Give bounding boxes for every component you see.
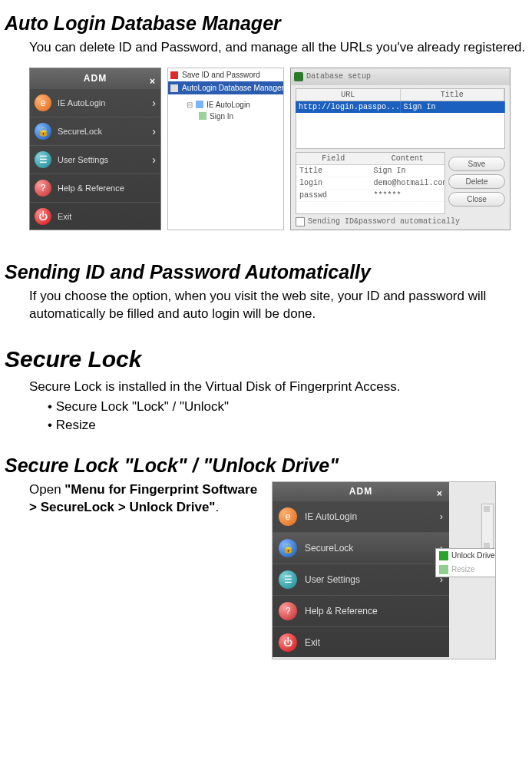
ie-autologin-icon: e	[279, 507, 297, 526]
ctx-tree-child[interactable]: Sign In	[168, 111, 283, 122]
adm-item-user-settings[interactable]: ☰ User Settings ›	[30, 145, 160, 174]
ctx-label: Save ID and Password	[182, 71, 260, 79]
heading-lock-unlock-drive: Secure Lock "Lock" / "Unlock Drive"	[5, 454, 532, 477]
adm-item-label: IE AutoLogin	[58, 98, 146, 107]
chevron-right-icon: ›	[152, 97, 156, 109]
save-button[interactable]: Save	[448, 157, 505, 171]
adm-item-label: SecureLock	[58, 127, 146, 136]
desc-auto-login-db: You can delete ID and Password, and mana…	[29, 39, 526, 57]
list-item: Secure Lock "Lock" / "Unlock"	[48, 399, 526, 415]
flyout-unlock-drive[interactable]: Unlock Drive	[436, 549, 496, 563]
adm-titlebar: ADM ×	[30, 68, 160, 88]
db-grid-row[interactable]: Title Sign In	[296, 165, 444, 177]
lock-icon: 🔒	[35, 123, 51, 140]
lock-icon: 🔒	[279, 539, 297, 557]
adm-item-ie-autologin[interactable]: e IE AutoLogin ›	[30, 88, 160, 117]
adm-item-label: Help & Reference	[58, 183, 156, 193]
delete-button[interactable]: Delete	[448, 174, 505, 189]
adm2-titlebar: ADM ×	[273, 482, 449, 501]
adm2-item-help[interactable]: ? Help & Reference	[273, 595, 449, 626]
flyout-label: Unlock Drive	[451, 551, 495, 560]
auto-send-checkbox[interactable]	[296, 217, 305, 226]
db-title-text: Database setup	[306, 72, 371, 81]
db-titlebar: Database setup	[291, 68, 510, 85]
adm-item-exit[interactable]: ⏻ Exit	[30, 202, 160, 230]
help-icon: ?	[279, 602, 297, 620]
close-icon[interactable]: ×	[150, 71, 156, 91]
chevron-right-icon: ›	[440, 511, 443, 522]
adm2-title-text: ADM	[349, 486, 372, 497]
adm-item-label: Exit	[305, 637, 443, 648]
flyout-resize[interactable]: Resize	[436, 563, 496, 577]
user-icon	[199, 112, 207, 120]
save-idpw-icon	[170, 71, 178, 79]
ctx-label: AutoLogin Database Manager	[182, 84, 283, 92]
chevron-right-icon: ›	[152, 125, 156, 137]
database-setup-window: Database setup URL Title http://login.pa…	[290, 68, 511, 230]
open-pre: Open	[29, 482, 64, 497]
screenshot-row-1: ADM × e IE AutoLogin › 🔒 SecureLock › ☰ …	[29, 68, 532, 230]
db-manager-icon	[170, 84, 178, 92]
db-list-body[interactable]	[296, 113, 505, 149]
desc-secure-lock: Secure Lock is installed in the Virtual …	[29, 378, 526, 396]
db-field-grid: Field Content Title Sign In login demo@h…	[296, 152, 445, 214]
list-item: Resize	[48, 418, 526, 433]
power-icon: ⏻	[35, 208, 51, 225]
adm-item-label: User Settings	[305, 574, 432, 585]
heading-sending-idpw: Sending ID and Password Automatically	[5, 261, 532, 283]
scrollbar[interactable]	[481, 504, 494, 551]
db-foot-label: Sending ID&password automatically	[308, 217, 460, 226]
adm-item-label: User Settings	[58, 155, 146, 164]
secure-lock-list: Secure Lock "Lock" / "Unlock" Resize	[48, 399, 526, 433]
user-settings-icon: ☰	[35, 151, 51, 168]
resize-icon	[439, 565, 448, 574]
power-icon: ⏻	[279, 633, 297, 652]
tree-toggle-icon: ⊟	[187, 101, 193, 109]
db-grid-col-content: Content	[371, 153, 445, 164]
ctx-tree-root-label: IE AutoLogin	[207, 101, 250, 109]
context-popup-panel: Save ID and Password AutoLogin Database …	[167, 68, 284, 230]
adm2-item-securelock[interactable]: 🔒 SecureLock ›	[273, 532, 449, 564]
db-list-row-selected[interactable]: http://login.passpo... Sign In	[296, 101, 505, 113]
db-grid-cell: passwd	[296, 190, 371, 201]
open-post: .	[215, 500, 219, 514]
db-grid-cell: Title	[296, 165, 371, 177]
flyout-label: Resize	[451, 565, 475, 573]
ctx-tree-root[interactable]: ⊟ IE AutoLogin	[168, 99, 283, 111]
chevron-right-icon: ›	[152, 154, 156, 166]
adm-item-label: Help & Reference	[305, 606, 443, 616]
ctx-save-id-pw[interactable]: Save ID and Password	[168, 68, 283, 81]
adm-title-text: ADM	[84, 73, 107, 84]
open-menu-instruction: Open "Menu for Fingerprint Software > Se…	[29, 481, 259, 659]
db-grid-row[interactable]: passwd ******	[296, 190, 444, 202]
db-foot-row[interactable]: Sending ID&password automatically	[296, 217, 505, 226]
user-settings-icon: ☰	[279, 570, 297, 589]
db-cell-url: http://login.passpo...	[296, 101, 401, 113]
securelock-screenshot: ADM × e IE AutoLogin › 🔒 SecureLock › ☰ …	[272, 481, 496, 659]
adm2-item-exit[interactable]: ⏻ Exit	[273, 626, 449, 658]
ie-autologin-icon: e	[35, 94, 51, 111]
heading-auto-login-db: Auto Login Database Manager	[5, 12, 532, 35]
adm-item-help[interactable]: ? Help & Reference	[30, 174, 160, 202]
adm-item-label: Exit	[58, 212, 156, 221]
adm-item-securelock[interactable]: 🔒 SecureLock ›	[30, 117, 160, 145]
db-grid-cell: ******	[371, 190, 445, 201]
db-list-header: URL Title	[296, 88, 505, 101]
db-grid-cell: login	[296, 177, 371, 189]
unlock-icon	[439, 551, 448, 560]
adm-item-label: SecureLock	[305, 543, 432, 554]
ctx-autologin-db-manager[interactable]: AutoLogin Database Manager	[168, 81, 283, 94]
desc-sending-idpw: If you choose the option, when you visit…	[29, 288, 526, 323]
securelock-flyout: Unlock Drive Resize	[435, 548, 496, 577]
help-icon: ?	[35, 180, 51, 197]
adm-menu-panel: ADM × e IE AutoLogin › 🔒 SecureLock › ☰ …	[29, 68, 161, 230]
db-grid-cell: demo@hotmail.com	[371, 177, 445, 189]
adm2-item-ie-autologin[interactable]: e IE AutoLogin ›	[273, 501, 449, 532]
close-button[interactable]: Close	[448, 192, 505, 207]
db-grid-row[interactable]: login demo@hotmail.com	[296, 177, 444, 190]
ie-icon	[196, 101, 203, 108]
db-cell-title: Sign In	[401, 101, 506, 113]
close-icon[interactable]: ×	[437, 484, 443, 503]
adm2-item-user-settings[interactable]: ☰ User Settings ›	[273, 564, 449, 595]
adm-item-label: IE AutoLogin	[305, 511, 432, 522]
